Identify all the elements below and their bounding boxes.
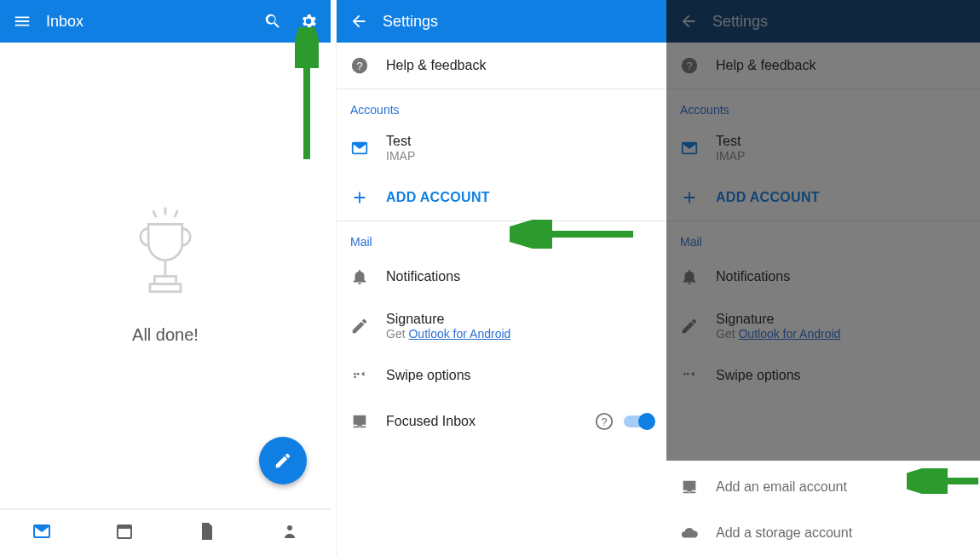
trophy-icon: [127, 206, 204, 308]
accounts-section-label: Accounts: [337, 89, 666, 122]
help-circle-icon: ?: [350, 56, 369, 75]
help-icon[interactable]: ?: [595, 412, 614, 431]
add-email-label: Add an email account: [716, 479, 847, 495]
help-feedback-label: Help & feedback: [386, 58, 486, 73]
annotation-arrow-add-account: [510, 220, 637, 249]
swipe-row[interactable]: Swipe options: [337, 353, 666, 398]
pencil-icon: [274, 451, 292, 470]
add-account-row[interactable]: ADD ACCOUNT: [337, 175, 666, 221]
signature-sub: Get Outlook for Android: [386, 327, 510, 341]
notifications-label: Notifications: [386, 269, 460, 284]
settings-panel: Settings ? Help & feedback Accounts Test…: [336, 0, 666, 556]
bell-icon: [350, 267, 369, 286]
notifications-row[interactable]: Notifications: [337, 254, 666, 300]
outlook-link[interactable]: Outlook for Android: [408, 327, 510, 341]
svg-rect-4: [154, 277, 176, 284]
help-feedback-row[interactable]: ? Help & feedback: [337, 43, 666, 89]
pen-icon: [350, 317, 369, 335]
settings-title: Settings: [383, 13, 656, 31]
focused-label: Focused Inbox: [386, 414, 476, 429]
svg-point-11: [354, 373, 356, 375]
inbox-icon: [350, 412, 369, 431]
account-row[interactable]: Test IMAP: [337, 122, 666, 175]
svg-line-1: [153, 210, 157, 217]
inbox-appbar: Inbox: [0, 0, 331, 43]
account-name: Test: [386, 134, 415, 149]
svg-rect-7: [118, 525, 131, 529]
inbox-panel: Inbox All done!: [0, 0, 331, 556]
svg-line-2: [175, 210, 178, 217]
inbox-icon: [680, 478, 699, 496]
signature-label: Signature: [386, 312, 510, 327]
nav-people[interactable]: [280, 521, 300, 545]
menu-icon[interactable]: [10, 9, 34, 33]
annotation-arrow-gear: [295, 27, 319, 163]
bottom-nav: [0, 508, 331, 556]
mail-icon: [350, 139, 369, 158]
nav-files[interactable]: [197, 521, 217, 545]
focused-inbox-row[interactable]: Focused Inbox ?: [337, 398, 666, 444]
swipe-label: Swipe options: [386, 368, 471, 383]
svg-point-13: [354, 375, 356, 378]
compose-fab[interactable]: [259, 437, 307, 484]
signature-row[interactable]: Signature Get Outlook for Android: [337, 300, 666, 353]
svg-rect-5: [150, 284, 181, 292]
search-icon[interactable]: [261, 9, 285, 33]
plus-icon: [350, 188, 369, 207]
cloud-icon: [680, 524, 699, 542]
add-account-label: ADD ACCOUNT: [386, 190, 490, 205]
back-icon[interactable]: [347, 9, 371, 33]
swipe-icon: [350, 366, 369, 385]
svg-text:?: ?: [601, 416, 607, 428]
settings-list: ? Help & feedback Accounts Test IMAP ADD…: [337, 43, 666, 556]
inbox-title: Inbox: [46, 13, 249, 31]
add-storage-account-row[interactable]: Add a storage account: [666, 510, 980, 556]
svg-text:?: ?: [356, 60, 362, 72]
svg-point-8: [287, 525, 292, 530]
annotation-arrow-add-email: [907, 468, 980, 494]
nav-calendar[interactable]: [114, 521, 135, 545]
empty-text: All done!: [132, 325, 199, 345]
svg-point-12: [357, 373, 360, 375]
focused-toggle[interactable]: [624, 416, 653, 427]
nav-mail[interactable]: [32, 521, 52, 545]
settings-appbar: Settings: [337, 0, 666, 43]
account-type: IMAP: [386, 149, 415, 163]
add-storage-label: Add a storage account: [716, 525, 852, 541]
